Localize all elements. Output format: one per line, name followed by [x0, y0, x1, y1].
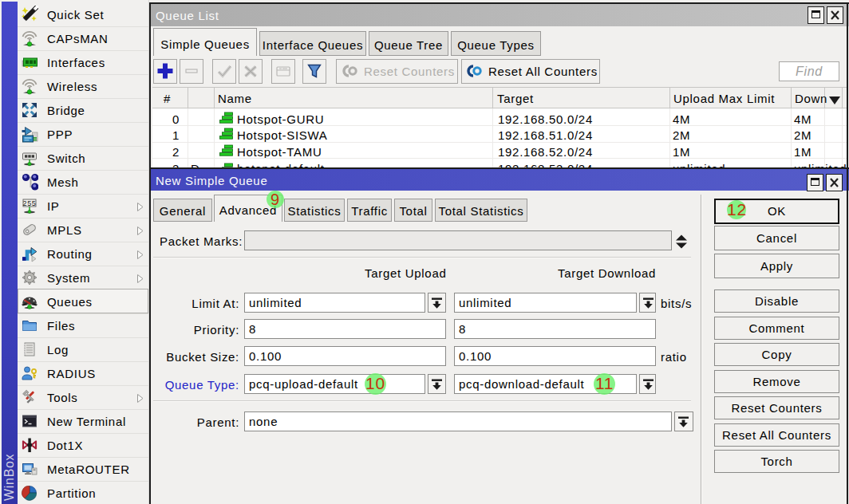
svg-text:255: 255: [22, 199, 36, 207]
